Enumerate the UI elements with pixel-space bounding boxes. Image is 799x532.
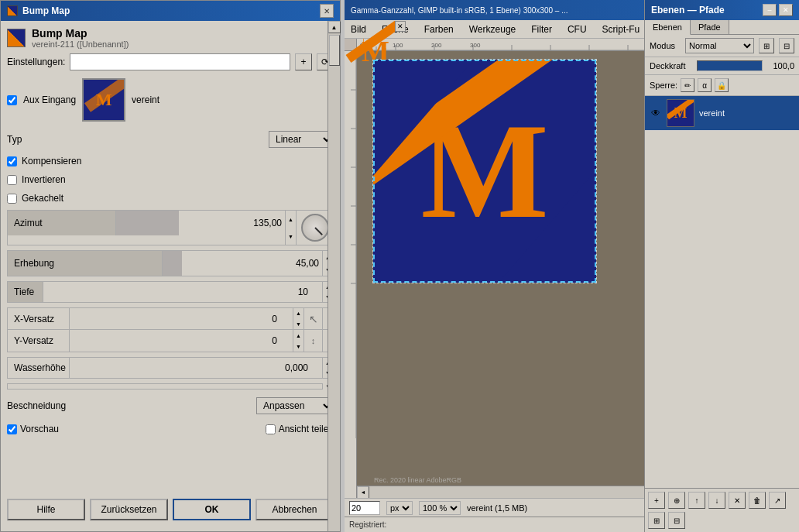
tiefe-value: 10 bbox=[298, 287, 308, 297]
dialog-header: Bump Map vereint-211 ([Unbenannt]) bbox=[7, 27, 334, 49]
layers-list: 👁 M vereint bbox=[645, 96, 799, 488]
layers-panel: Ebenen — Pfade – ✕ Ebenen Pfade Modus No… bbox=[644, 0, 799, 532]
abbrechen-button[interactable]: Abbrechen bbox=[255, 499, 334, 520]
menu-werkzeuge[interactable]: Werkzeuge bbox=[466, 22, 519, 36]
beschneidung-select[interactable]: Anpassen Beschneiden Erweitern bbox=[256, 397, 334, 414]
lock-all-button[interactable]: 🔒 bbox=[715, 78, 729, 92]
y-versatz-track[interactable]: 0 bbox=[70, 330, 293, 352]
ok-button[interactable]: OK bbox=[173, 499, 251, 520]
wasser-label: Wasserhöhe bbox=[8, 358, 70, 378]
lock-alpha-button[interactable]: α bbox=[698, 78, 712, 92]
titlebar-left: Bump Map bbox=[7, 5, 70, 16]
layers-mode-select[interactable]: Normal bbox=[685, 38, 754, 53]
layer-up-button[interactable]: ↑ bbox=[688, 492, 705, 509]
ansicht-checkbox[interactable] bbox=[266, 424, 276, 434]
x-versatz-up-arrow[interactable]: ▲ bbox=[293, 308, 303, 319]
menu-cfu[interactable]: CFU bbox=[564, 22, 590, 36]
layer-trash-button[interactable]: 🗑 bbox=[749, 492, 766, 509]
small-preview-close[interactable]: ✕ bbox=[395, 21, 406, 32]
canvas-image: M bbox=[372, 59, 597, 283]
layer-copy-button[interactable]: ⊕ bbox=[668, 492, 685, 509]
layer-export-button[interactable]: ↗ bbox=[769, 492, 786, 509]
header-text-block: Bump Map vereint-211 ([Unbenannt]) bbox=[32, 27, 129, 49]
kompensieren-checkbox[interactable] bbox=[7, 156, 17, 166]
layer-new-button[interactable]: + bbox=[648, 492, 665, 509]
layers-mode-btn2[interactable]: ⊟ bbox=[779, 38, 794, 53]
zuruecksetzen-button[interactable]: Zurücksetzen bbox=[90, 499, 168, 520]
erhebung-label: Erhebung bbox=[8, 251, 163, 276]
gekachelt-row: Gekachelt bbox=[7, 191, 334, 205]
svg-text:300: 300 bbox=[470, 42, 481, 49]
layers-titlebar: Ebenen — Pfade – ✕ bbox=[645, 0, 799, 20]
x-versatz-row: X-Versatz 0 ▲ ▼ ↖ ··· bbox=[8, 308, 333, 330]
typ-row: Typ Linear Spherisch Sinus bbox=[7, 129, 334, 149]
y-versatz-value: 0 bbox=[272, 335, 277, 346]
layers-close[interactable]: ✕ bbox=[779, 4, 793, 16]
status-coord-x[interactable] bbox=[349, 501, 380, 515]
layers-tabs: Ebenen Pfade bbox=[645, 20, 799, 35]
status-zoom-select[interactable]: 100 % bbox=[419, 501, 461, 515]
menu-farben[interactable]: Farben bbox=[421, 22, 457, 36]
vorschau-label: Vorschau bbox=[20, 424, 59, 434]
layer-name: vereint bbox=[699, 108, 725, 118]
wasser-section: Wasserhöhe 0,000 ▲ ▼ bbox=[7, 357, 334, 379]
azimut-up-arrow[interactable]: ▲ bbox=[286, 211, 296, 228]
settings-input[interactable] bbox=[70, 53, 290, 70]
azimut-track[interactable]: 135,00 bbox=[116, 211, 285, 235]
vertical-ruler bbox=[345, 51, 357, 498]
dialog-close-button[interactable]: ✕ bbox=[320, 4, 334, 18]
menu-scriptfu[interactable]: Script-Fu bbox=[599, 22, 643, 36]
x-versatz-label: X-Versatz bbox=[8, 308, 70, 329]
erhebung-fill bbox=[163, 251, 182, 276]
header-icon bbox=[7, 29, 26, 47]
scroll-thumb[interactable] bbox=[329, 35, 340, 66]
beschneidung-row: Beschneidung Anpassen Beschneiden Erweit… bbox=[7, 394, 334, 417]
x-versatz-track[interactable]: 0 bbox=[70, 308, 293, 329]
lock-pen-button[interactable]: ✏ bbox=[681, 78, 694, 92]
tiefe-track[interactable]: 10 bbox=[43, 282, 322, 302]
typ-select[interactable]: Linear Spherisch Sinus bbox=[269, 131, 334, 148]
tab-ebenen[interactable]: Ebenen bbox=[645, 20, 691, 35]
vorschau-checkbox[interactable] bbox=[7, 424, 17, 434]
menu-filter[interactable]: Filter bbox=[528, 22, 555, 36]
compass-dial[interactable] bbox=[301, 214, 329, 242]
scroll-up-arrow[interactable]: ▲ bbox=[328, 21, 341, 33]
layers-mode-btn1[interactable]: ⊞ bbox=[759, 38, 774, 53]
canvas-status-text: Rec. 2020 linear AdobeRGB bbox=[374, 476, 461, 484]
layers-bottom: + ⊕ ↑ ↓ ✕ 🗑 ↗ ⊞ ⊟ bbox=[645, 488, 799, 532]
layers-opacity-row: Deckkraft 100,0 bbox=[645, 57, 799, 75]
layer-visibility-toggle[interactable]: 👁 bbox=[650, 107, 662, 119]
azimut-fill bbox=[116, 211, 179, 235]
svg-text:200: 200 bbox=[431, 42, 442, 49]
status-unit-select[interactable]: px bbox=[386, 501, 413, 515]
erhebung-section: Erhebung 45,00 ▲ ▼ bbox=[7, 250, 334, 276]
hilfe-button[interactable]: Hilfe bbox=[7, 499, 85, 520]
registration-text: Registriert: bbox=[349, 520, 386, 529]
azimut-arrows: ▲ ▼ bbox=[285, 211, 296, 245]
x-versatz-arrows: ▲ ▼ bbox=[293, 308, 303, 329]
aux-row: Aux Eingang M vereint bbox=[7, 78, 334, 122]
layer-delete-button[interactable]: ✕ bbox=[729, 492, 746, 509]
layer-flatten-button[interactable]: ⊟ bbox=[668, 512, 685, 529]
layers-minimize[interactable]: – bbox=[763, 4, 777, 16]
layer-merge-button[interactable]: ⊞ bbox=[648, 512, 665, 529]
y-versatz-down-arrow[interactable]: ▼ bbox=[293, 341, 303, 352]
invertieren-checkbox[interactable] bbox=[7, 175, 17, 185]
settings-row: Einstellungen: + ⟳ bbox=[7, 53, 334, 70]
y-versatz-up-arrow[interactable]: ▲ bbox=[293, 330, 303, 341]
erhebung-track[interactable]: 45,00 bbox=[163, 251, 322, 276]
versatz-section: X-Versatz 0 ▲ ▼ ↖ ··· Y-Versatz 0 bbox=[7, 307, 334, 352]
gekachelt-checkbox[interactable] bbox=[7, 194, 17, 204]
azimut-down-arrow[interactable]: ▼ bbox=[286, 228, 296, 245]
wasser-track[interactable]: 0,000 bbox=[70, 358, 322, 378]
layer-down-button[interactable]: ↓ bbox=[708, 492, 725, 509]
canvas-scroll-h-left[interactable]: ◄ bbox=[357, 486, 369, 499]
x-versatz-down-arrow[interactable]: ▼ bbox=[293, 319, 303, 330]
dialog-scrollbar[interactable]: ▲ bbox=[327, 21, 340, 531]
beschneidung-select-wrap: Anpassen Beschneiden Erweitern bbox=[256, 397, 334, 414]
tab-pfade[interactable]: Pfade bbox=[691, 20, 729, 34]
settings-add-button[interactable]: + bbox=[295, 53, 312, 70]
aux-checkbox[interactable] bbox=[7, 95, 17, 105]
layers-opacity-track[interactable] bbox=[697, 60, 763, 71]
gekachelt-label: Gekachelt bbox=[22, 193, 63, 204]
